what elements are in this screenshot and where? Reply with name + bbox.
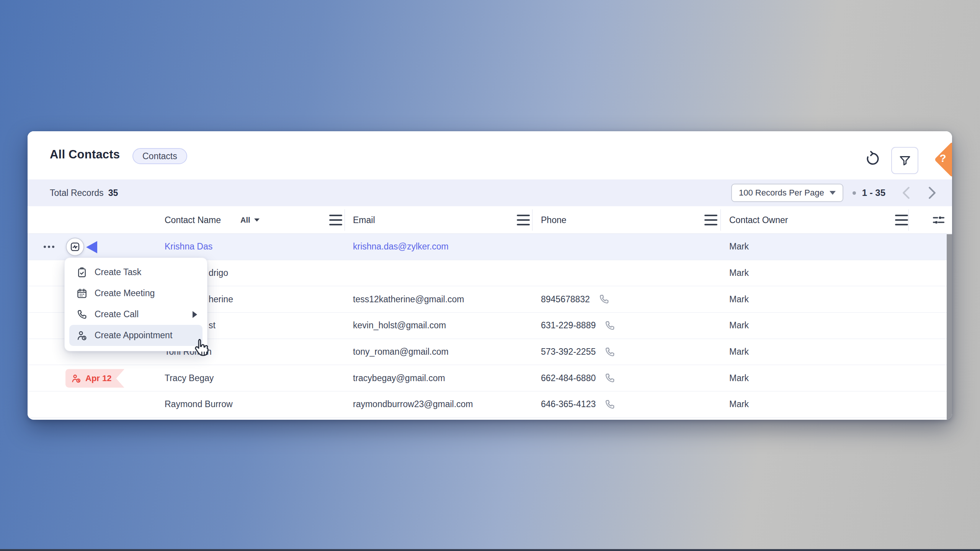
phone-call-icon[interactable] xyxy=(604,399,616,410)
call-icon xyxy=(76,309,88,320)
pagination: 100 Records Per Page 1 - 35 xyxy=(731,179,940,206)
phone-call-icon[interactable] xyxy=(598,293,610,305)
phone-call-icon[interactable] xyxy=(604,372,616,384)
email-cell[interactable]: tony_roman@gmail.com xyxy=(353,339,449,365)
refresh-button[interactable] xyxy=(864,150,881,167)
vertical-scrollbar[interactable] xyxy=(947,234,952,420)
module-badge[interactable]: Contacts xyxy=(132,148,187,164)
next-page-button[interactable] xyxy=(924,185,940,201)
phone-cell: 631-229-8889 xyxy=(541,313,616,339)
hand-cursor xyxy=(191,337,211,360)
contact-name-cell[interactable]: drigo xyxy=(209,260,228,286)
phone-call-icon[interactable] xyxy=(604,320,616,331)
email-cell[interactable]: tess12katherine@gmail.com xyxy=(353,286,464,312)
prev-page-button[interactable] xyxy=(898,185,914,201)
task-icon xyxy=(76,267,88,278)
phone-number: 8945678832 xyxy=(541,294,590,305)
contact-name-cell[interactable]: st xyxy=(209,313,216,339)
column-menu-icon[interactable] xyxy=(329,215,342,225)
create-activity-button[interactable] xyxy=(66,238,84,256)
contact-owner-cell: Mark xyxy=(729,260,749,286)
contact-name-cell[interactable]: herine xyxy=(209,286,233,312)
column-settings-icon[interactable] xyxy=(932,214,946,226)
table-header: Contact Name All Email Phone Contact Own… xyxy=(28,206,952,234)
column-header-phone[interactable]: Phone xyxy=(541,206,567,234)
email-cell[interactable]: krishna.das@zylker.com xyxy=(353,234,449,260)
contact-owner-cell: Mark xyxy=(729,286,749,312)
due-date-badge[interactable]: Apr 12 xyxy=(65,369,124,388)
context-menu-item[interactable]: Create Task xyxy=(65,262,207,283)
more-options-icon[interactable] xyxy=(44,246,54,248)
funnel-icon xyxy=(898,154,912,168)
column-header-contact-owner[interactable]: Contact Owner xyxy=(729,206,788,234)
column-menu-icon[interactable] xyxy=(895,215,908,225)
contact-owner-cell: Mark xyxy=(729,391,749,417)
phone-number: 646-365-4123 xyxy=(541,399,596,409)
column-header-contact-name[interactable]: Contact Name xyxy=(165,206,221,234)
contact-owner-cell: Mark xyxy=(729,313,749,339)
total-records: Total Records35 xyxy=(50,179,118,206)
submenu-arrow-icon xyxy=(193,311,197,318)
column-menu-icon[interactable] xyxy=(517,215,530,225)
email-cell[interactable]: raymondburrow23@gmail.com xyxy=(353,391,473,417)
contact-name-cell[interactable]: Tracy Begay xyxy=(165,365,214,391)
page-range: 1 - 35 xyxy=(862,187,885,198)
phone-cell: 573-392-2255 xyxy=(541,339,616,365)
name-filter-all-dropdown[interactable]: All xyxy=(240,206,260,234)
phone-cell: 662-484-6880 xyxy=(541,365,616,391)
column-menu-icon[interactable] xyxy=(704,215,717,225)
pointer-triangle-icon xyxy=(86,241,97,253)
total-records-count: 35 xyxy=(108,188,118,198)
due-date-label: Apr 12 xyxy=(85,373,111,383)
filter-button[interactable] xyxy=(891,147,918,174)
record-context-menu: Create Task Create Meeting Create Call C… xyxy=(64,258,207,351)
contact-owner-cell: Mark xyxy=(729,234,749,260)
page-title: All Contacts xyxy=(50,148,120,161)
refresh-icon xyxy=(864,150,881,167)
table-row[interactable]: Raymond Burrow raymondburrow23@gmail.com… xyxy=(28,391,947,418)
meeting-icon xyxy=(76,288,88,299)
phone-cell: 646-365-4123 xyxy=(541,391,616,417)
table-row[interactable]: Krishna Das krishna.das@zylker.com Mark xyxy=(28,234,947,260)
phone-number: 631-229-8889 xyxy=(541,320,596,331)
phone-call-icon[interactable] xyxy=(604,346,616,358)
activity-pulse-icon xyxy=(70,241,80,252)
person-clock-icon xyxy=(71,373,82,384)
phone-number: 662-484-6880 xyxy=(541,373,596,383)
contact-name-cell[interactable]: Raymond Burrow xyxy=(165,391,233,417)
chevron-down-icon xyxy=(830,191,836,195)
help-question-icon[interactable]: ? xyxy=(937,152,949,165)
table-row[interactable]: Apr 12 Tracy Begay tracybegay@gmail.com … xyxy=(28,365,947,391)
phone-cell: 8945678832 xyxy=(541,286,610,312)
phone-number: 573-392-2255 xyxy=(541,347,596,357)
records-per-page-dropdown[interactable]: 100 Records Per Page xyxy=(731,184,843,202)
contact-owner-cell: Mark xyxy=(729,339,749,365)
contacts-list-window: All Contacts Contacts ? Total Records35 xyxy=(28,131,952,420)
list-header: All Contacts Contacts ? xyxy=(28,131,952,179)
context-menu-item[interactable]: Create Call xyxy=(65,304,207,325)
email-cell[interactable]: kevin_holst@gmail.com xyxy=(353,313,446,339)
context-menu-item[interactable]: Create Appointment xyxy=(69,325,203,346)
contact-owner-cell: Mark xyxy=(729,365,749,391)
separator-dot xyxy=(853,191,856,195)
appointment-icon xyxy=(76,330,88,341)
row-quick-actions xyxy=(28,234,165,260)
chevron-down-icon xyxy=(254,218,260,222)
column-header-email[interactable]: Email xyxy=(353,206,375,234)
contact-name-cell[interactable]: Krishna Das xyxy=(165,234,212,260)
list-toolbar: Total Records35 100 Records Per Page 1 -… xyxy=(28,179,952,206)
context-menu-item[interactable]: Create Meeting xyxy=(65,283,207,304)
screen-bottom-bar xyxy=(0,549,980,551)
email-cell[interactable]: tracybegay@gmail.com xyxy=(353,365,445,391)
